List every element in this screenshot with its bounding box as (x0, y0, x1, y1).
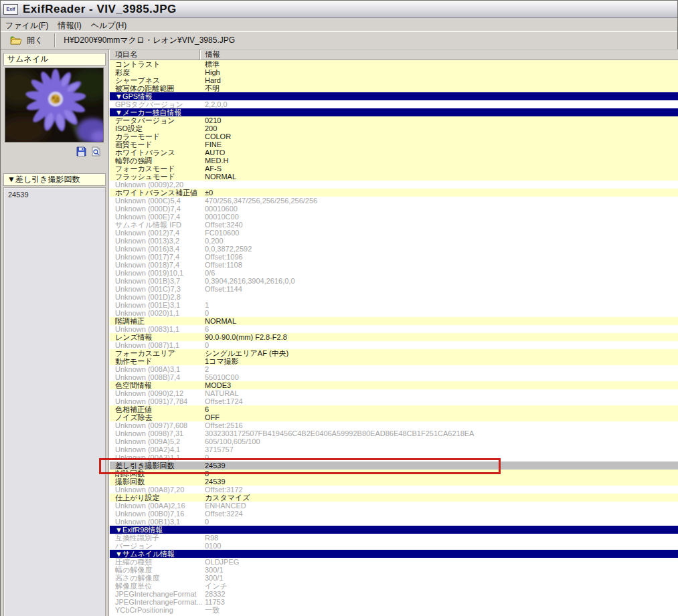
table-row[interactable]: Unknown (00AA)2,16ENHANCED (110, 502, 678, 510)
table-row[interactable]: フォーカスモードAF-S (110, 165, 678, 173)
table-row[interactable]: Unknown (000D)7,400010600 (110, 205, 678, 213)
section-header-row[interactable]: ▼ExifR98情報 (110, 526, 678, 534)
row-label: 色空間情報 (110, 381, 205, 389)
table-row[interactable]: ホワイトバランス補正値±0 (110, 189, 678, 197)
row-label: 解像度単位 (110, 582, 205, 590)
table-row[interactable]: 差し引き撮影回数24539 (110, 461, 678, 470)
table-row[interactable]: Unknown (00A8)7,20Offset:3172 (110, 486, 678, 494)
counter-panel[interactable]: 24539 (3, 187, 106, 616)
thumbnail-image[interactable] (5, 68, 104, 142)
table-row[interactable]: Unknown (009A)5,2605/100,605/100 (110, 437, 678, 445)
table-row[interactable]: 彩度High (110, 68, 678, 76)
table-row[interactable]: Unknown (0020)1,10 (110, 309, 678, 317)
table-row[interactable]: Unknown (001E)3,11 (110, 301, 678, 309)
table-row[interactable]: 色空間情報MODE3 (110, 381, 678, 389)
row-value: Hard (205, 76, 678, 84)
table-row[interactable]: Unknown (0018)7,4Offset:1108 (110, 261, 678, 269)
table-row[interactable]: 画質モードFINE (110, 140, 678, 148)
table-row[interactable]: フォーカスエリアシングルエリアAF (中央) (110, 349, 678, 357)
table-row[interactable]: サムネイル情報 IFDOffset:3240 (110, 221, 678, 229)
table-row[interactable]: Unknown (001C)7,3Offset:1144 (110, 285, 678, 293)
table-row[interactable]: 互換性識別子R98 (110, 534, 678, 542)
open-button[interactable]: 開く (4, 33, 49, 48)
save-icon[interactable] (76, 146, 87, 157)
table-row[interactable]: シャープネスHard (110, 76, 678, 84)
row-value: 0100 (205, 542, 678, 550)
table-row[interactable]: バージョン0100 (110, 542, 678, 550)
table-row[interactable]: 色相補正値6 (110, 405, 678, 413)
table-row[interactable]: 動作モード1コマ撮影 (110, 357, 678, 365)
table-row[interactable]: 仕上がり設定カスタマイズ (110, 494, 678, 502)
table-row[interactable]: 圧縮の種類OLDJPEG (110, 558, 678, 566)
row-value: AUTO (205, 148, 678, 157)
row-label: Unknown (001D)2,8 (110, 293, 205, 301)
table-row[interactable]: 解像度単位インチ (110, 582, 678, 590)
section-header-row[interactable]: ▼メーカー独自情報 (110, 108, 678, 116)
table-row[interactable]: YCbCrPositioning一致 (110, 606, 678, 614)
row-label: コントラスト (110, 60, 205, 68)
table-row[interactable]: Unknown (0083)1,16 (110, 325, 678, 333)
table-row[interactable]: Unknown (0090)2,12NATURAL (110, 389, 678, 397)
table-row[interactable]: Unknown (0013)3,20,200 (110, 237, 678, 245)
title-bar[interactable]: Exif ExifReader - VIV_3985.JPG (1, 1, 677, 18)
table-row[interactable]: Unknown (008B)7,455010C00 (110, 373, 678, 381)
table-row[interactable]: フラッシュモードNORMAL (110, 173, 678, 181)
table-row[interactable]: Unknown (0091)7,784Offset:1724 (110, 397, 678, 405)
table-row[interactable]: Unknown (0016)3,40,0,3872,2592 (110, 245, 678, 253)
table-row[interactable]: Unknown (00B1)3,10 (110, 518, 678, 526)
table-row[interactable]: Unknown (00A2)4,13715757 (110, 445, 678, 453)
table-row[interactable]: 被写体の距離範囲不明 (110, 84, 678, 92)
preview-icon[interactable] (90, 146, 102, 157)
table-row[interactable]: 撮影回数24539 (110, 478, 678, 486)
table-row[interactable]: レンズ情報90.0-90.0(mm) F2.8-F2.8 (110, 333, 678, 341)
row-value (205, 92, 678, 100)
table-row[interactable]: Unknown (0087)1,10 (110, 341, 678, 349)
column-header-item[interactable]: 項目名 (110, 49, 200, 60)
table-row[interactable]: Unknown (0009)2,20 (110, 181, 678, 189)
row-value (205, 181, 678, 189)
table-row[interactable]: JPEGInterchangeFormat...11753 (110, 598, 678, 606)
table-row[interactable]: ISO設定200 (110, 124, 678, 132)
row-label: Unknown (0020)1,1 (110, 309, 205, 317)
table-row[interactable]: 削除回数8 (110, 470, 678, 478)
table-row[interactable]: Unknown (0097)7,608Offset:2516 (110, 421, 678, 429)
table-row[interactable]: Unknown (0019)10,10/6 (110, 269, 678, 277)
row-value: 8 (205, 470, 678, 478)
table-row[interactable]: Unknown (001B)3,70,3904,2616,3904,2616,0… (110, 277, 678, 285)
menu-file[interactable]: ファイル(F) (1, 19, 53, 31)
table-row[interactable]: コントラスト標準 (110, 60, 678, 68)
menu-info[interactable]: 情報(I) (53, 19, 86, 31)
table-row[interactable]: JPEGInterchangeFormat28332 (110, 590, 678, 598)
section-header-row[interactable]: ▼GPS情報 (110, 92, 678, 100)
table-row[interactable]: Unknown (001D)2,8 (110, 293, 678, 301)
table-row[interactable]: Unknown (00B0)7,16Offset:3224 (110, 510, 678, 518)
table-row[interactable]: Unknown (0098)7,313032303172507FB419456C… (110, 429, 678, 437)
table-row[interactable]: GPSタグバージョン2,2,0,0 (110, 100, 678, 108)
row-label: フォーカスモード (110, 165, 205, 173)
row-value: 200 (205, 124, 678, 132)
table-row[interactable]: 高さの解像度300/1 (110, 574, 678, 582)
table-row[interactable]: Unknown (000C)5,4470/256,347/256,256/256… (110, 197, 678, 205)
row-value: 0 (205, 518, 678, 526)
table-row[interactable]: ホワイトバランスAUTO (110, 148, 678, 157)
table-row[interactable]: Unknown (00A3)1,10 (110, 453, 678, 461)
menu-help[interactable]: ヘルプ(H) (86, 19, 132, 31)
table-row[interactable]: Unknown (008A)3,12 (110, 365, 678, 373)
table-row[interactable]: データバージョン0210 (110, 116, 678, 124)
table-row[interactable]: ノイズ除去OFF (110, 413, 678, 421)
row-label: シャープネス (110, 76, 205, 84)
column-header-info[interactable]: 情報 (200, 49, 678, 60)
row-value: Offset:3240 (205, 221, 678, 229)
table-row[interactable]: Unknown (0017)7,4Offset:1096 (110, 253, 678, 261)
table-row[interactable]: Unknown (0012)7,4FC010600 (110, 229, 678, 237)
row-value: 2 (205, 365, 678, 373)
table-row[interactable]: 階調補正NORMAL (110, 317, 678, 325)
row-label: Unknown (001C)7,3 (110, 285, 205, 293)
table-row[interactable]: カラーモードCOLOR (110, 132, 678, 140)
row-label: 動作モード (110, 357, 205, 365)
row-label: Unknown (001E)3,1 (110, 301, 205, 309)
table-row[interactable]: 幅の解像度300/1 (110, 566, 678, 574)
section-header-row[interactable]: ▼サムネイル情報 (110, 550, 678, 558)
table-row[interactable]: 輪郭の強調MED.H (110, 157, 678, 165)
table-row[interactable]: Unknown (000E)7,400010C00 (110, 213, 678, 221)
